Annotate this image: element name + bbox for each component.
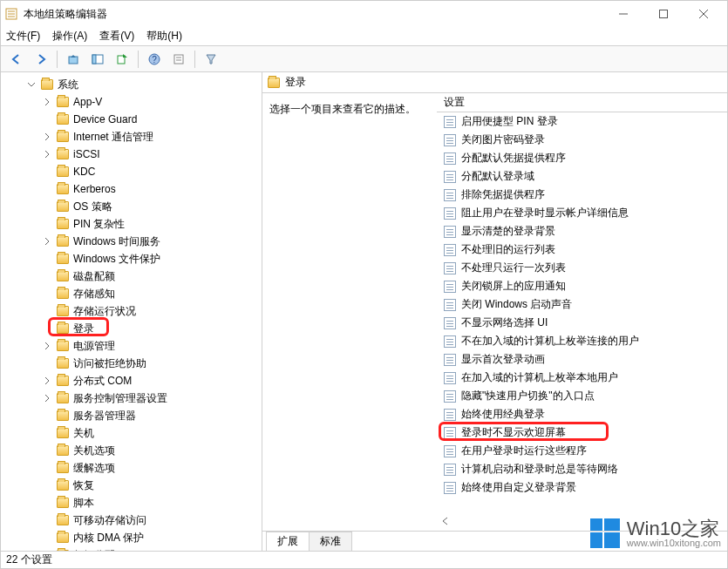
tree-item[interactable]: 内核 DMA 保护 [1, 529, 262, 546]
setting-item[interactable]: 阻止用户在登录时显示帐户详细信息 [437, 204, 727, 222]
setting-label: 关闭锁屏上的应用通知 [461, 279, 566, 294]
setting-item[interactable]: 在用户登录时运行这些程序 [437, 442, 727, 460]
tree-item[interactable]: 恢复 [1, 477, 262, 494]
setting-item[interactable]: 不处理旧的运行列表 [437, 240, 727, 259]
setting-item[interactable]: 不显示网络选择 UI [437, 314, 727, 332]
minimize-button[interactable] [603, 1, 643, 27]
tree-item[interactable]: 服务器管理器 [1, 407, 262, 424]
setting-label: 不在加入域的计算机上枚举连接的用户 [461, 334, 639, 349]
description-text: 选择一个项目来查看它的描述。 [269, 102, 430, 117]
chevron-right-icon[interactable] [43, 132, 51, 144]
setting-item[interactable]: 在加入域的计算机上枚举本地用户 [437, 369, 727, 387]
tab-extended[interactable]: 扩展 [266, 532, 310, 551]
setting-item[interactable]: 始终使用经典登录 [437, 405, 727, 423]
tree-item-label: 存储感知 [72, 287, 116, 301]
setting-item[interactable]: 隐藏"快速用户切换"的入口点 [437, 387, 727, 405]
tree-item[interactable]: PIN 复杂性 [1, 215, 262, 233]
tree-item[interactable]: 可移动存储访问 [1, 511, 262, 529]
up-button[interactable] [63, 49, 84, 70]
setting-item[interactable]: 分配默认凭据提供程序 [437, 149, 727, 167]
setting-item[interactable]: 排除凭据提供程序 [437, 186, 727, 204]
right-header: 登录 [262, 72, 727, 93]
filter-button[interactable] [201, 49, 221, 70]
window-title: 本地组策略编辑器 [24, 7, 603, 22]
setting-item[interactable]: 关闭图片密码登录 [437, 131, 727, 149]
chevron-right-icon[interactable] [43, 149, 51, 161]
svg-text:?: ? [152, 55, 157, 64]
scroll-left-icon[interactable] [440, 516, 451, 529]
setting-item[interactable]: 始终使用自定义登录背景 [437, 478, 727, 497]
chevron-right-icon[interactable] [43, 236, 51, 248]
policy-icon [444, 464, 456, 476]
chevron-right-icon[interactable] [43, 341, 51, 353]
tree-item-label: Internet 通信管理 [72, 130, 154, 145]
folder-icon [57, 166, 69, 177]
settings-column-header[interactable]: 设置 [437, 93, 727, 112]
tree-pane[interactable]: 系统 App-VDevice GuardInternet 通信管理iSCSIKD… [1, 72, 262, 551]
svg-rect-10 [92, 55, 96, 64]
setting-item[interactable]: 计算机启动和登录时总是等待网络 [437, 460, 727, 478]
tree-item[interactable]: App-V [1, 93, 262, 111]
setting-item[interactable]: 启用便捷型 PIN 登录 [437, 112, 727, 131]
setting-item[interactable]: 不在加入域的计算机上枚举连接的用户 [437, 332, 727, 350]
chevron-down-icon[interactable] [27, 79, 36, 91]
tree-item[interactable]: 关机 [1, 424, 262, 442]
tree-item[interactable]: Kerberos [1, 180, 262, 198]
maximize-button[interactable] [643, 1, 684, 27]
setting-item[interactable]: 登录时不显示欢迎屏幕 [437, 423, 727, 442]
menu-action[interactable]: 操作(A) [52, 29, 87, 44]
settings-scroll[interactable]: 启用便捷型 PIN 登录关闭图片密码登录分配默认凭据提供程序分配默认登录域排除凭… [437, 112, 727, 531]
policy-icon [444, 335, 456, 348]
tab-standard[interactable]: 标准 [309, 532, 352, 551]
tree-item[interactable]: 登录 [1, 320, 262, 337]
tree-item-label: Windows 时间服务 [72, 234, 161, 249]
setting-item[interactable]: 关闭 Windows 启动声音 [437, 295, 727, 314]
chevron-right-icon[interactable] [43, 393, 51, 405]
setting-item[interactable]: 分配默认登录域 [437, 167, 727, 186]
show-hide-tree-button[interactable] [87, 49, 108, 70]
folder-icon [57, 236, 69, 247]
tree-item[interactable]: 服务控制管理器设置 [1, 389, 262, 407]
tree-item[interactable]: 访问被拒绝协助 [1, 355, 262, 372]
setting-item[interactable]: 关闭锁屏上的应用通知 [437, 277, 727, 295]
tree-item[interactable]: OS 策略 [1, 198, 262, 215]
export-button[interactable] [112, 49, 133, 70]
tree-item-label: 凭据分配 [72, 548, 116, 552]
tree-item[interactable]: 存储感知 [1, 285, 262, 302]
tree-item[interactable]: iSCSI [1, 146, 262, 163]
setting-label: 隐藏"快速用户切换"的入口点 [461, 389, 595, 403]
chevron-right-icon[interactable] [43, 97, 51, 109]
tree-item[interactable]: Internet 通信管理 [1, 128, 262, 146]
back-button[interactable] [6, 49, 27, 70]
tree-item[interactable]: Windows 文件保护 [1, 250, 262, 268]
tree-item[interactable]: 缓解选项 [1, 459, 262, 477]
close-button[interactable] [684, 1, 724, 27]
setting-item[interactable]: 不处理只运行一次列表 [437, 259, 727, 277]
menu-view[interactable]: 查看(V) [99, 29, 134, 44]
tree-item[interactable]: 分布式 COM [1, 372, 262, 389]
policy-icon [444, 299, 456, 311]
menu-file[interactable]: 文件(F) [6, 29, 40, 44]
tree-item[interactable]: Windows 时间服务 [1, 233, 262, 250]
forward-button[interactable] [31, 49, 51, 70]
setting-item[interactable]: 显示首次登录动画 [437, 350, 727, 369]
tree-item[interactable]: 关机选项 [1, 442, 262, 459]
help-button[interactable]: ? [144, 49, 165, 70]
chevron-right-icon[interactable] [43, 376, 51, 388]
policy-icon [444, 152, 456, 165]
tree-item[interactable]: KDC [1, 163, 262, 180]
tree-item[interactable]: 电源管理 [1, 337, 262, 355]
tree-item[interactable]: 脚本 [1, 494, 262, 511]
tree-root[interactable]: 系统 [1, 76, 262, 93]
tree-item[interactable]: 凭据分配 [1, 546, 262, 551]
policy-icon [444, 189, 456, 201]
setting-label: 关闭图片密码登录 [461, 132, 545, 147]
tree-item[interactable]: 磁盘配额 [1, 268, 262, 285]
policy-icon [444, 427, 456, 439]
setting-item[interactable]: 显示清楚的登录背景 [437, 222, 727, 240]
tree-item[interactable]: 存储运行状况 [1, 302, 262, 320]
properties-button[interactable] [168, 49, 189, 70]
folder-icon [41, 79, 53, 90]
tree-item[interactable]: Device Guard [1, 111, 262, 128]
menu-help[interactable]: 帮助(H) [146, 29, 182, 44]
